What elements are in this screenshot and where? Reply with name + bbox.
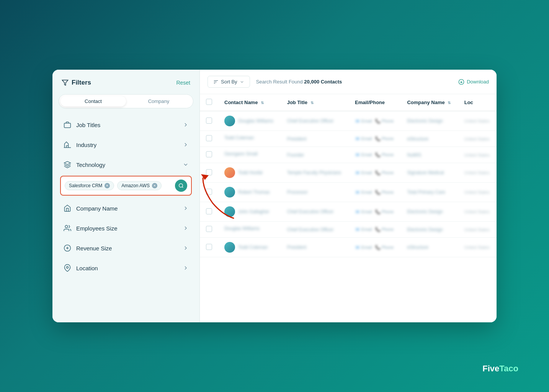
col-job-title: Job Title ⇅ [281, 94, 349, 111]
salesforce-tag-label: Salesforce CRM [69, 183, 102, 188]
email-text: 📧 Email [355, 209, 372, 214]
col-contact-name: Contact Name ⇅ [218, 94, 281, 111]
avatar [224, 167, 235, 178]
main-card: Filters Reset Contact Company Job Titles [52, 70, 497, 322]
company-toggle[interactable]: Company [126, 96, 191, 106]
technology-icon [63, 160, 72, 169]
row-checkbox[interactable] [206, 151, 212, 157]
contacts-table: Contact Name ⇅ Job Title ⇅ Email/Phone C… [200, 94, 497, 257]
contact-name-text: Georgann Small [224, 151, 258, 157]
contact-name-cell: Todd Hosfal [218, 163, 281, 182]
company-name-cell: Electronic Design [401, 111, 458, 131]
location-text: United States [464, 119, 490, 123]
email-phone-cell: 📧 Email📞 Phone [349, 183, 401, 202]
company-name-label: Company Name [76, 205, 118, 212]
filter-item-location[interactable]: Location [59, 258, 193, 278]
email-phone-cell: 📧 Email📞 Phone [349, 147, 401, 163]
row-checkbox-cell [200, 238, 218, 257]
filters-title: Filters [62, 79, 91, 87]
job-title-cell: Processor [281, 183, 349, 202]
technology-header[interactable]: Technology [59, 155, 193, 174]
email-phone-header: Email/Phone [355, 100, 385, 105]
location-cell: United States [458, 131, 497, 147]
contact-name-header: Contact Name [224, 100, 258, 105]
phone-text: 📞 Phone [375, 119, 394, 124]
sort-by-label: Sort By [221, 79, 237, 85]
company-name-cell: NuMIS [401, 147, 458, 163]
salesforce-tag-close[interactable]: ✕ [105, 183, 110, 188]
row-checkbox-cell [200, 163, 218, 183]
row-checkbox-cell [200, 147, 218, 163]
email-phone-cell: 📧 Email📞 Phone [349, 111, 401, 131]
location-text: United States [464, 190, 490, 194]
job-title-text: President [287, 136, 307, 142]
job-title-cell: Founder [281, 147, 349, 163]
header-checkbox[interactable] [206, 99, 212, 105]
job-title-text: Founder [287, 152, 304, 158]
contact-name-text: John Gallagher [238, 209, 269, 214]
row-checkbox[interactable] [206, 189, 212, 195]
email-phone-cell: 📧 Email📞 Phone [349, 222, 401, 238]
chevron-down-icon-technology [183, 162, 189, 168]
location-text: United States [464, 153, 490, 157]
row-checkbox[interactable] [206, 226, 212, 232]
table-row: Douglas WilliamsChief Executive Officer📧… [200, 111, 497, 131]
contact-toggle[interactable]: Contact [60, 96, 126, 106]
email-phone-content: 📧 Email📞 Phone [355, 136, 395, 141]
svg-point-5 [67, 266, 69, 268]
row-checkbox[interactable] [206, 169, 212, 175]
job-titles-label: Job Titles [76, 122, 100, 128]
job-title-text: President [287, 245, 307, 250]
row-checkbox[interactable] [206, 118, 212, 124]
avatar [224, 242, 235, 253]
contact-name-cell: Douglas Williams [218, 222, 281, 235]
contact-name-cell: John Gallagher [218, 202, 281, 221]
job-title-cell: Chief Executive Officer [281, 222, 349, 238]
filter-item-job-titles[interactable]: Job Titles [59, 115, 193, 134]
row-checkbox[interactable] [206, 244, 212, 250]
location-cell: United States [458, 111, 497, 131]
amazon-tag-close[interactable]: ✕ [152, 183, 157, 188]
row-checkbox[interactable] [206, 208, 212, 214]
row-checkbox-cell [200, 202, 218, 222]
row-checkbox[interactable] [206, 135, 212, 141]
contact-name-text: Todd Coleman [238, 245, 268, 250]
phone-text: 📞 Phone [375, 227, 394, 232]
email-phone-cell: 📧 Email📞 Phone [349, 238, 401, 257]
table-header-row: Contact Name ⇅ Job Title ⇅ Email/Phone C… [200, 94, 497, 111]
download-button[interactable]: Download [458, 79, 489, 85]
location-cell: United States [458, 222, 497, 238]
email-phone-content: 📧 Email📞 Phone [355, 227, 395, 232]
filter-item-employees-size[interactable]: Employees Size [59, 219, 193, 238]
filter-item-revenue-size[interactable]: Revenue Size [59, 238, 193, 258]
email-phone-cell: 📧 Email📞 Phone [349, 163, 401, 183]
company-name-cell: Electronic Design [401, 222, 458, 238]
filter-item-industry[interactable]: Industry [59, 135, 193, 154]
technology-search-button[interactable] [175, 180, 187, 192]
email-text: 📧 Email [355, 136, 372, 141]
job-title-cell: President [281, 238, 349, 257]
branding: FiveTaco [482, 364, 518, 374]
job-title-cell: Temple Faculty Physicians [281, 163, 349, 183]
filter-item-company-name[interactable]: Company Name [59, 199, 193, 218]
reset-button[interactable]: Reset [176, 80, 190, 86]
brand-taco: Taco [499, 364, 518, 373]
industry-icon [63, 140, 72, 149]
phone-text: 📞 Phone [375, 152, 394, 157]
company-icon [63, 204, 72, 212]
contact-name-text: Robert Thomas [238, 189, 270, 195]
table-row: Todd ColemanPresident📧 Email📞 PhoneeStru… [200, 131, 497, 147]
technology-tags-container: Salesforce CRM ✕ Amazon AWS ✕ [60, 176, 192, 196]
table-container: Contact Name ⇅ Job Title ⇅ Email/Phone C… [200, 94, 497, 322]
contact-name-cell: Todd Coleman [218, 131, 281, 145]
email-text: 📧 Email [355, 119, 372, 124]
sort-by-button[interactable]: Sort By [208, 76, 250, 88]
email-text: 📧 Email [355, 152, 372, 157]
company-name-cell: Electronic Design [401, 202, 458, 222]
industry-label: Industry [76, 142, 96, 148]
revenue-size-label: Revenue Size [76, 245, 112, 252]
svg-point-2 [179, 184, 183, 187]
contact-name-cell: Todd Coleman [218, 238, 281, 257]
col-company-name: Company Name ⇅ [401, 94, 458, 111]
filter-icon [62, 79, 69, 86]
